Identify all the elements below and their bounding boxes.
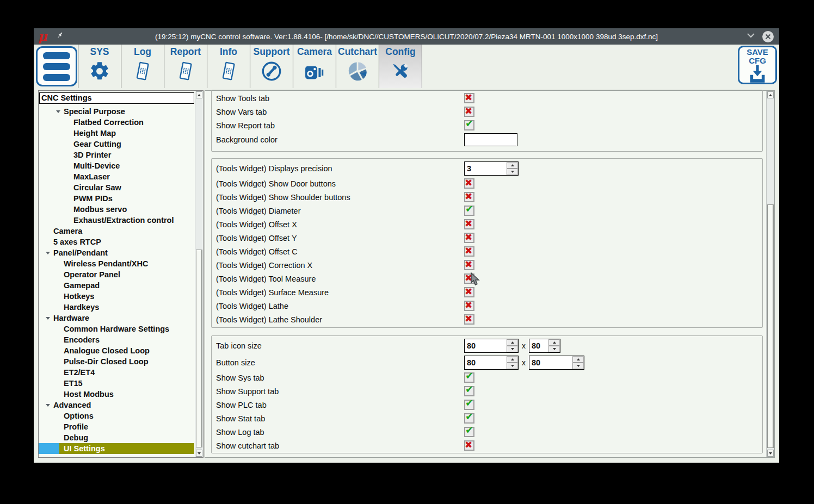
tree-item-hardware[interactable]: Hardware xyxy=(39,313,194,323)
spinbox-input[interactable]: 80 xyxy=(529,356,584,370)
pie-chart-icon xyxy=(346,60,369,85)
tree-item-ui-settings[interactable]: UI Settings xyxy=(39,443,194,454)
tree-item-wireless-pendant-xhc[interactable]: Wireless Pendant/XHC xyxy=(39,258,194,269)
checkbox-unchecked[interactable]: ✖ xyxy=(464,314,474,325)
color-value-input[interactable] xyxy=(464,133,517,146)
tree-item-options[interactable]: Options xyxy=(39,410,194,421)
scroll-down-button[interactable] xyxy=(196,450,202,457)
spin-up-button[interactable] xyxy=(548,339,560,346)
save-cfg-button[interactable]: SAVE CFG xyxy=(738,46,777,84)
tree-item-flatbed-correction[interactable]: Flatbed Correction xyxy=(39,117,194,128)
tab-camera[interactable]: Camera xyxy=(293,45,336,88)
checkbox-unchecked[interactable]: ✖ xyxy=(464,178,474,189)
tab-info[interactable]: Info xyxy=(207,45,250,88)
tab-config[interactable]: Config xyxy=(379,45,422,88)
checkbox-unchecked[interactable]: ✖ xyxy=(464,440,474,451)
spin-down-button[interactable] xyxy=(507,169,518,175)
checkbox-checked[interactable]: ✔ xyxy=(464,372,474,383)
tree-item-5-axes-rtcp[interactable]: 5 axes RTCP xyxy=(39,237,194,247)
checkbox-checked[interactable]: ✔ xyxy=(464,206,474,216)
tree-item-3d-printer[interactable]: 3D Printer xyxy=(39,150,194,160)
tree-item-debug[interactable]: Debug xyxy=(39,432,194,443)
tree-item-pulse-dir-closed-loop[interactable]: Pulse-Dir Closed Loop xyxy=(39,356,194,367)
checkbox-unchecked[interactable]: ✖ xyxy=(464,107,474,117)
spinbox-input[interactable]: 3 xyxy=(464,161,519,176)
spin-up-button[interactable] xyxy=(507,356,518,363)
tree-item-et15[interactable]: ET15 xyxy=(39,378,194,389)
tree-item-et2-et4[interactable]: ET2/ET4 xyxy=(39,367,194,378)
tree-item-multi-device[interactable]: Multi-Device xyxy=(39,160,194,171)
tree-item-gear-cutting[interactable]: Gear Cutting xyxy=(39,139,194,150)
spin-down-button[interactable] xyxy=(548,346,560,352)
checkbox-unchecked[interactable]: ✖ xyxy=(464,246,474,257)
checkbox-unchecked[interactable]: ✖ xyxy=(464,93,474,103)
scrollbar-thumb[interactable] xyxy=(196,250,202,447)
spinbox-input[interactable]: 80 xyxy=(464,356,519,370)
content-scrollbar[interactable] xyxy=(766,91,774,457)
setting-row: Show Tools tab✖ xyxy=(212,91,762,105)
tab-log[interactable]: Log xyxy=(121,45,164,88)
collapse-arrow-icon[interactable] xyxy=(46,404,50,407)
main-menu-button[interactable] xyxy=(36,46,77,86)
tab-cutchart[interactable]: Cutchart xyxy=(336,45,379,88)
tree-item-analogue-closed-loop[interactable]: Analogue Closed Loop xyxy=(39,345,194,356)
spin-down-button[interactable] xyxy=(572,363,584,369)
chevron-down-icon[interactable] xyxy=(746,32,756,41)
tree-item-special-purpose[interactable]: Special Purpose xyxy=(39,106,194,117)
checkbox-unchecked[interactable]: ✖ xyxy=(464,233,474,243)
tree-item-gamepad[interactable]: Gamepad xyxy=(39,280,194,291)
tree-item-height-map[interactable]: Height Map xyxy=(39,128,194,139)
checkbox-unchecked[interactable]: ✖ xyxy=(464,260,474,270)
collapse-arrow-icon[interactable] xyxy=(46,252,50,254)
up-arrow-icon xyxy=(511,341,514,344)
tree-item-operator-panel[interactable]: Operator Panel xyxy=(39,269,194,280)
spinbox-input[interactable]: 80 xyxy=(464,339,519,353)
tree-scrollbar[interactable] xyxy=(195,91,203,457)
tree-item-circular-saw[interactable]: Circular Saw xyxy=(39,182,194,193)
checkbox-checked[interactable]: ✔ xyxy=(464,427,474,437)
spin-down-button[interactable] xyxy=(507,346,518,352)
checkbox-unchecked[interactable]: ✖ xyxy=(464,287,474,297)
checkbox-unchecked[interactable]: ✖ xyxy=(464,219,474,229)
scroll-down-button[interactable] xyxy=(767,450,774,457)
tab-label: Camera xyxy=(297,46,332,58)
spin-up-button[interactable] xyxy=(507,339,518,346)
scrollbar-thumb[interactable] xyxy=(767,204,774,448)
spin-up-button[interactable] xyxy=(507,162,518,169)
checkbox-checked[interactable]: ✔ xyxy=(464,386,474,396)
spinbox-input[interactable]: 80 xyxy=(529,339,560,353)
tree-item-camera[interactable]: Camera xyxy=(39,226,194,237)
checkbox-unchecked[interactable]: ✖ xyxy=(464,273,474,284)
checkbox-unchecked[interactable]: ✖ xyxy=(464,301,474,311)
spin-up-button[interactable] xyxy=(572,356,584,363)
checkbox-checked[interactable]: ✔ xyxy=(464,400,474,410)
scroll-up-button[interactable] xyxy=(767,91,774,98)
tree-root-header[interactable]: CNC Settings xyxy=(39,92,194,104)
tree-item-modbus-servo[interactable]: Modbus servo xyxy=(39,204,194,215)
scroll-up-button[interactable] xyxy=(196,91,202,98)
tree-item-profile[interactable]: Profile xyxy=(39,421,194,432)
spin-down-button[interactable] xyxy=(507,363,518,369)
tree-item-encoders[interactable]: Encoders xyxy=(39,334,194,345)
tree-item-pwm-pids[interactable]: PWM PIDs xyxy=(39,193,194,204)
tree-item-common-hardware-settings[interactable]: Common Hardware Settings xyxy=(39,323,194,334)
checkbox-checked[interactable]: ✔ xyxy=(464,413,474,424)
tab-sys[interactable]: SYS xyxy=(78,45,121,88)
pin-icon[interactable] xyxy=(55,30,65,42)
tab-report[interactable]: Report xyxy=(164,45,207,88)
collapse-arrow-icon[interactable] xyxy=(46,317,50,320)
close-icon[interactable] xyxy=(762,31,774,42)
tree-item-hardkeys[interactable]: Hardkeys xyxy=(39,302,194,313)
spinbox-buttons xyxy=(548,339,560,352)
tree-item-panel-pendant[interactable]: Panel/Pendant xyxy=(39,247,194,258)
checkbox-checked[interactable]: ✔ xyxy=(464,120,474,130)
tree-item-exhaust-extraction-control[interactable]: Exhaust/Extraction control xyxy=(39,215,194,226)
checkbox-unchecked[interactable]: ✖ xyxy=(464,192,474,202)
tree-item-maxlaser[interactable]: MaxLaser xyxy=(39,171,194,182)
tab-support[interactable]: Support xyxy=(250,45,293,88)
tree-item-advanced[interactable]: Advanced xyxy=(39,400,194,410)
collapse-arrow-icon[interactable] xyxy=(56,110,60,113)
up-arrow-icon xyxy=(577,358,580,360)
tree-item-hotkeys[interactable]: Hotkeys xyxy=(39,291,194,302)
tree-item-host-modbus[interactable]: Host Modbus xyxy=(39,389,194,400)
